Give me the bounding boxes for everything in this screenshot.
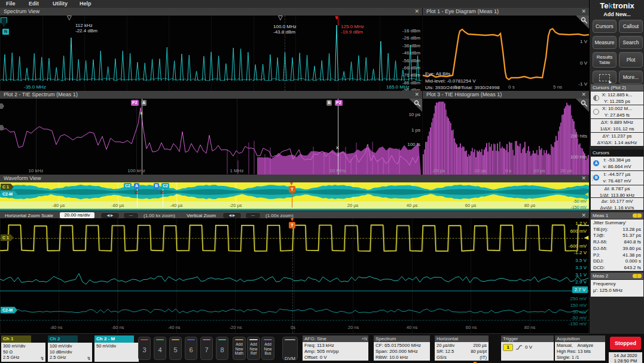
- panel-drag-handle-icon[interactable]: ⋮: [590, 175, 596, 181]
- cursor-b-source-tag[interactable]: C2: [161, 183, 169, 189]
- menu-item-edit[interactable]: Edit: [29, 0, 39, 8]
- tie-spectrum-header[interactable]: Plot 2 - TIE Spectrum (Meas 1) ✕: [0, 91, 422, 99]
- addnew-button-measure[interactable]: Measure: [593, 36, 616, 49]
- cursor-b-tag[interactable]: B: [326, 100, 332, 106]
- channel-button-7[interactable]: 7: [200, 337, 213, 360]
- cursor-b-plot-tag[interactable]: P2: [335, 100, 343, 106]
- waveform-view-title: Waveform View: [4, 175, 41, 181]
- cursor-a-tag[interactable]: A: [141, 100, 146, 106]
- add-new-math-button[interactable]: AddNewMath: [233, 337, 246, 360]
- addnew-button-zoom-select[interactable]: ▶: [593, 71, 616, 84]
- channel-button-3[interactable]: 3: [138, 337, 151, 360]
- zoom-time-label: 80 ns: [524, 325, 535, 330]
- tie-histogram-y-label: 100 hits: [570, 154, 587, 160]
- meas-nav-pill[interactable]: [633, 274, 642, 278]
- channel-color-stripe: [141, 339, 148, 340]
- zoom-time-label: 60 ns: [466, 325, 477, 330]
- tie-histogram-header[interactable]: Plot 3 - TIE Histogram (Meas 1) ✕: [423, 91, 589, 99]
- addnew-button-callout[interactable]: Callout: [619, 20, 643, 33]
- spectrum-settings-panel[interactable]: SpectrumCF: 65.0175000 MHzSpan: 200.000 …: [374, 335, 430, 361]
- horizontal-zoom-scale-input[interactable]: [60, 212, 94, 218]
- stopped-button[interactable]: Stopped: [610, 337, 641, 350]
- tie-spectrum-y-label: 10 ps: [408, 112, 420, 117]
- tie-histogram-plot-area[interactable]: 200 hits100 hits-20 ps-10 ps0 s10 ps20 p…: [423, 99, 589, 175]
- horizontal-panel-body: 20 µs/divSR: 12.5 GS/sRL: 2.5 Mpts200 µs…: [435, 342, 489, 361]
- channel-button-4[interactable]: 4: [154, 337, 166, 360]
- addnew-button-results-table[interactable]: ResultsTable: [593, 52, 616, 68]
- addnew-button-more[interactable]: More...: [619, 71, 643, 84]
- spectrum-view-header[interactable]: Spectrum View ✕: [0, 8, 422, 16]
- eye-diagram-plot-area[interactable]: Eye: All BitsMid-level: -0.0781254 VUIs:…: [423, 16, 589, 91]
- horizontal-panel[interactable]: Horizontal20 µs/divSR: 12.5 GS/sRL: 2.5 …: [435, 335, 489, 361]
- marker-icon-1[interactable]: ▽: [67, 16, 72, 21]
- channel-badge-ch2m[interactable]: C2-M: [1, 307, 17, 313]
- cursor-a-plot-tag[interactable]: P2: [131, 100, 139, 106]
- channel-badge-ch2m[interactable]: C2-M: [1, 191, 17, 197]
- menu-item-file[interactable]: File: [6, 0, 16, 8]
- meas1-header[interactable]: Meas 1: [591, 212, 643, 219]
- normalize-badge[interactable]: N: [2, 29, 9, 35]
- cursor-b-tag[interactable]: B: [154, 183, 159, 189]
- menu-item-help[interactable]: Help: [80, 0, 91, 8]
- add-new-bus-button[interactable]: AddNewBus: [261, 337, 274, 360]
- tie-spectrum-plot-area[interactable]: ✕✕P2ABP210 ps1 ps100 fs10 kHz100 kHz1 MH…: [0, 99, 422, 175]
- horizontal-setting: 50%: [464, 361, 487, 363]
- ch2-scale-label: 3.5 V: [575, 258, 587, 263]
- cursors-header[interactable]: Cursors: [591, 150, 643, 156]
- horizontal-zoom-factor: (1.00 kx zoom): [144, 213, 175, 218]
- dvm-button[interactable]: DVM: [282, 337, 298, 360]
- close-icon[interactable]: ✕: [581, 91, 586, 99]
- channel-button-6[interactable]: 6: [185, 337, 197, 360]
- ch1-ground-arrow-icon: ◀: [585, 191, 588, 197]
- waveform-view-header[interactable]: Waveform View ✕: [0, 175, 589, 182]
- channel-badge-ch1[interactable]: Ch 1300 mV/div50 Ω2.5 GHz↯: [1, 335, 45, 362]
- waveform-overview-band[interactable]: -80 µs-60 µs-40 µs-20 µs20 µs40 µs60 µs8…: [0, 182, 589, 209]
- acquisition-panel-body: Manual, AnalyzeHigh Res: 13 bitsSingle: …: [555, 342, 605, 361]
- menu-item-utility[interactable]: Utility: [53, 0, 68, 8]
- addnew-button-plot[interactable]: Plot: [619, 52, 643, 68]
- eye-diagram-header[interactable]: Plot 1 - Eye Diagram (Meas 1) ✕: [423, 8, 589, 16]
- close-icon[interactable]: ✕: [414, 91, 419, 99]
- datetime-line: 1:28:50 PM: [609, 358, 642, 363]
- zoom-select-icon: ▶: [599, 74, 610, 81]
- cursor-a-tag[interactable]: A: [134, 183, 139, 189]
- channel-badge-ch2-setting: 10 dBm/div: [50, 349, 90, 355]
- trigger-source-badge[interactable]: 1: [503, 344, 513, 351]
- channel-button-5[interactable]: 5: [169, 337, 182, 360]
- cursors-plot2-header[interactable]: Cursors (Plot 2): [591, 84, 643, 91]
- cursor-a-grab-icon[interactable]: ✕: [139, 111, 144, 116]
- add-new-ref-button[interactable]: AddNewRef: [247, 337, 260, 360]
- cursor-a-source-tag[interactable]: C2: [124, 183, 132, 189]
- close-icon[interactable]: ✕: [581, 175, 586, 182]
- channel-badge-ch2m[interactable]: Ch 2 - M50 mV/div: [94, 335, 139, 362]
- meas-nav-pill[interactable]: [633, 213, 642, 218]
- cursor-b-grab-icon[interactable]: ✕: [160, 190, 164, 196]
- meas2-header[interactable]: Meas 2: [591, 273, 643, 279]
- cursor-a-grab-icon[interactable]: ✕: [134, 190, 139, 196]
- close-icon[interactable]: ✕: [414, 8, 419, 16]
- trigger-badge[interactable]: T: [289, 186, 295, 193]
- close-icon[interactable]: ✕: [581, 8, 586, 16]
- trigger-badge[interactable]: T: [289, 222, 295, 228]
- addnew-button-cursors[interactable]: Cursors: [593, 20, 616, 33]
- channel-button-8[interactable]: 8: [216, 337, 228, 360]
- addnew-button-search[interactable]: Search: [619, 36, 643, 49]
- ch2-zoom-trace: [0, 269, 589, 299]
- cursor-b-line[interactable]: [338, 99, 338, 175]
- horizontal-setting: 80 ps/pt (IT): [464, 349, 487, 361]
- zoomed-waveform-view[interactable]: ▼T1.2 V600 mV-600 mV-1.2 V◀3.5 V3.3 V3.1…: [0, 218, 589, 333]
- close-icon[interactable]: ✕: [581, 212, 586, 218]
- eye-stats-line: Eye: All Bits: [425, 71, 450, 77]
- channel-badge-ch2[interactable]: Ch 2100 mV/div10 dBm/div2.5 GHz↯: [48, 335, 92, 362]
- spectrum-setting: CF: 65.0175000 MHz: [376, 343, 428, 349]
- afg-panel[interactable]: AFG: Sine+NFreq: 113 kHzAmp: 505 mVppOff…: [303, 335, 368, 361]
- marker-icon-reference[interactable]: ▼: [334, 16, 340, 21]
- spectrum-plot-area[interactable]: ▽▽▼112 kHz-22.4 dBm100.0 MHz-43.8 dBm125…: [0, 16, 422, 91]
- tie-histogram-x-label: -10 ps: [473, 168, 486, 173]
- acquisition-panel[interactable]: AcquisitionManual, AnalyzeHigh Res: 13 b…: [555, 335, 605, 361]
- spectrum-y-axis-label: -56 dBm: [402, 58, 420, 63]
- trigger-panel[interactable]: Trigger10 V: [501, 335, 554, 361]
- marker-icon-2[interactable]: ▽: [278, 16, 283, 21]
- cursor-b-grab-icon[interactable]: ✕: [335, 145, 340, 151]
- overview-time-label: 80 µs: [524, 203, 536, 208]
